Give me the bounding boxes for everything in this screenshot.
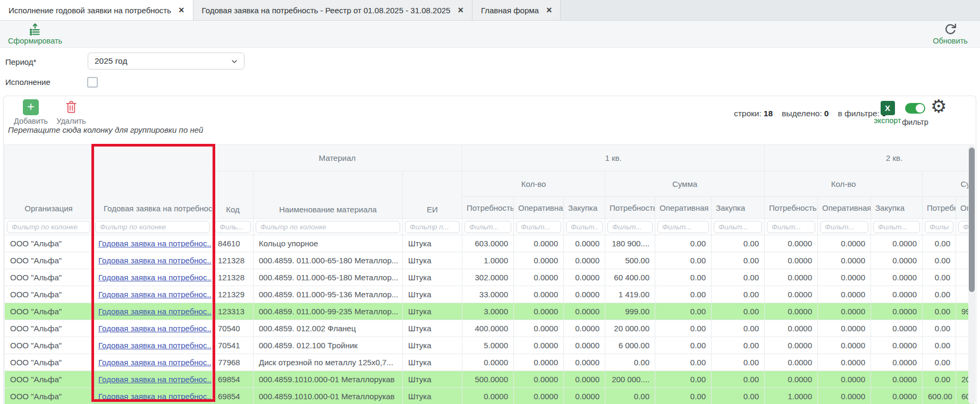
cell-q1-qty-need: 302.0000 <box>462 269 514 286</box>
column-header-material-name[interactable]: Наименование материала <box>254 171 403 219</box>
table-row[interactable]: ООО "Альфа"Годовая заявка на потребнос..… <box>5 252 975 269</box>
cell-q1-sum-need: 200 000.... <box>605 371 655 388</box>
cell-unit: Штука <box>403 388 462 404</box>
annual-request-link[interactable]: Годовая заявка на потребнос.. <box>98 273 212 282</box>
top-toolbar: Сформировать Обновить <box>0 21 980 48</box>
column-filter-input[interactable] <box>95 221 210 233</box>
period-select[interactable]: 2025 год <box>88 53 244 70</box>
annual-request-link[interactable]: Годовая заявка на потребнос.. <box>98 307 212 316</box>
filter-toggle[interactable]: фильтр <box>899 103 932 126</box>
annual-request-link[interactable]: Годовая заявка на потребнос.. <box>98 341 212 350</box>
column-header-q2-sum-need[interactable]: Потребность <box>923 197 956 219</box>
column-filter-input[interactable] <box>566 221 603 233</box>
column-header-q2-qty-need[interactable]: Потребность <box>765 197 818 219</box>
vertical-scrollbar-thumb[interactable] <box>969 148 975 292</box>
cell-material-name: 000.4859. 011.000-95-136 Металлор... <box>254 286 403 303</box>
column-filter-input[interactable] <box>215 221 251 233</box>
column-filter-input[interactable] <box>714 221 762 233</box>
column-filter-input[interactable] <box>657 221 709 233</box>
column-header-code[interactable]: Код <box>213 171 254 219</box>
refresh-button[interactable]: Обновить <box>930 22 970 45</box>
cell-material-name: 000.4859. 012.002 Фланец <box>254 320 403 337</box>
annual-request-link[interactable]: Годовая заявка на потребнос.. <box>98 392 212 401</box>
column-header-annual-request[interactable]: Годовая заявка на потребность <box>93 145 213 219</box>
tab-close-icon[interactable]: × <box>179 5 184 15</box>
column-filter-input[interactable] <box>607 221 653 233</box>
cell-material-name: 000.4859. 011.000-99-235 Металлор... <box>254 303 403 320</box>
column-filter-input[interactable] <box>516 221 561 233</box>
annual-request-link[interactable]: Годовая заявка на потребнос.. <box>98 290 212 299</box>
cell-code: 69854 <box>213 371 254 388</box>
add-label: Добавить <box>11 117 50 125</box>
table-row[interactable]: ООО "Альфа"Годовая заявка на потребнос..… <box>5 235 975 252</box>
column-filter-input[interactable] <box>925 221 953 233</box>
vertical-scrollbar[interactable] <box>968 144 975 404</box>
cell-q1-sum-operative: 0.00 <box>655 354 712 371</box>
cell-unit: Штука <box>403 320 462 337</box>
annual-request-link[interactable]: Годовая заявка на потребнос.. <box>98 375 212 384</box>
cell-q2-qty-need: 0.0000 <box>765 303 818 320</box>
column-filter-input[interactable] <box>405 221 460 233</box>
cell-q1-sum-operative: 0.00 <box>655 337 712 354</box>
annual-request-link[interactable]: Годовая заявка на потребнос.. <box>98 358 212 367</box>
annual-request-link[interactable]: Годовая заявка на потребнос.. <box>98 239 212 248</box>
column-header-unit[interactable]: ЕИ <box>403 171 462 219</box>
cell-q2-qty-purchase: 0.0000 <box>871 337 923 354</box>
filter-cell <box>514 219 564 235</box>
cell-code: 123313 <box>213 303 254 320</box>
cell-unit: Штука <box>403 235 462 252</box>
cell-organization: ООО "Альфа" <box>5 371 93 388</box>
cell-q1-sum-purchase: 0.00 <box>712 235 765 252</box>
tab-execution-annual-request[interactable]: Исполнение годовой заявки на потребность… <box>0 0 193 20</box>
selected-count: выделено:0 <box>782 109 829 118</box>
cell-q2-sum-need: 0.00 <box>923 269 956 286</box>
annual-request-link[interactable]: Годовая заявка на потребнос.. <box>98 324 212 333</box>
column-header-q1-sum-operative[interactable]: Оперативная <box>655 197 712 219</box>
column-header-q1-qty-purchase[interactable]: Закупка <box>564 197 605 219</box>
table-row[interactable]: ООО "Альфа"Годовая заявка на потребнос..… <box>5 303 975 320</box>
table-row[interactable]: ООО "Альфа"Годовая заявка на потребнос..… <box>5 337 975 354</box>
table-row[interactable]: ООО "Альфа"Годовая заявка на потребнос..… <box>5 320 975 337</box>
group-by-drop-zone[interactable]: Перетащите сюда колонку для группировки … <box>8 125 203 134</box>
column-header-q1-qty-operative[interactable]: Оперативная <box>514 197 564 219</box>
cell-q2-qty-need: 0.0000 <box>765 371 818 388</box>
table-row[interactable]: ООО "Альфа"Годовая заявка на потребнос..… <box>5 388 975 404</box>
tab-close-icon[interactable]: × <box>458 5 463 15</box>
tab-annual-request-registry[interactable]: Годовая заявка на потребность - Реестр о… <box>193 0 472 20</box>
column-filter-input[interactable] <box>464 221 511 233</box>
column-filter-input[interactable] <box>873 221 920 233</box>
group-header-material: Материал <box>213 145 462 171</box>
column-header-q1-sum-purchase[interactable]: Закупка <box>712 197 765 219</box>
column-header-q2-qty-operative[interactable]: Оперативная <box>818 197 871 219</box>
table-row[interactable]: ООО "Альфа"Годовая заявка на потребнос..… <box>5 269 975 286</box>
column-filter-input[interactable] <box>256 221 400 233</box>
tab-main-form[interactable]: Главная форма × <box>472 0 561 20</box>
settings-gear-button[interactable]: ⚙ <box>931 97 947 115</box>
column-header-q1-sum-need[interactable]: Потребность <box>605 197 655 219</box>
annual-request-link[interactable]: Годовая заявка на потребнос.. <box>98 256 212 265</box>
tab-close-icon[interactable]: × <box>546 5 552 15</box>
filter-cell <box>923 219 956 235</box>
cell-organization: ООО "Альфа" <box>5 337 93 354</box>
column-header-organization[interactable]: Организация <box>5 145 93 219</box>
table-row[interactable]: ООО "Альфа"Годовая заявка на потребнос..… <box>5 354 975 371</box>
cell-q2-qty-operative: 0.0000 <box>818 371 871 388</box>
cell-code: 121329 <box>213 286 254 303</box>
column-header-q2-qty-purchase[interactable]: Закупка <box>871 197 923 219</box>
delete-button[interactable]: Удалить <box>53 99 90 125</box>
generate-button[interactable]: Сформировать <box>7 22 63 45</box>
cell-annual-request: Годовая заявка на потребнос.. <box>93 252 213 269</box>
column-filter-input[interactable] <box>7 221 90 233</box>
column-filter-input[interactable] <box>820 221 868 233</box>
execution-checkbox[interactable] <box>87 77 98 88</box>
cell-q1-sum-need: 6 000.00 <box>605 337 655 354</box>
plus-icon: + <box>23 99 39 115</box>
cell-q1-qty-operative: 0.0000 <box>514 320 564 337</box>
column-filter-input[interactable] <box>767 221 815 233</box>
cell-q1-qty-purchase: 0.0000 <box>564 303 605 320</box>
table-row[interactable]: ООО "Альфа"Годовая заявка на потребнос..… <box>5 371 975 388</box>
add-button[interactable]: + Добавить <box>11 99 50 125</box>
column-header-q1-qty-need[interactable]: Потребность <box>462 197 514 219</box>
table-row[interactable]: ООО "Альфа"Годовая заявка на потребнос..… <box>5 286 975 303</box>
cell-q1-qty-purchase: 0.0000 <box>564 337 605 354</box>
